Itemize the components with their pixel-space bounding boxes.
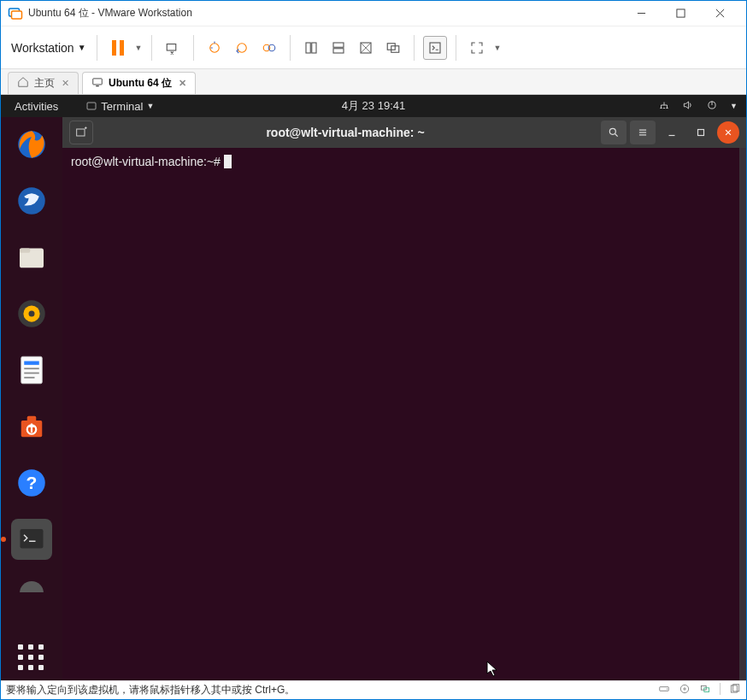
- svg-rect-19: [93, 79, 103, 85]
- vm-tab[interactable]: Ubuntu 64 位 ✕: [82, 72, 196, 94]
- vmware-icon: [8, 6, 23, 21]
- vmware-status-bar: 要将输入定向到该虚拟机，请将鼠标指针移入其中或按 Ctrl+G。: [1, 680, 746, 699]
- window-close-button[interactable]: [717, 121, 739, 144]
- revert-snapshot-button[interactable]: [230, 36, 254, 60]
- svg-text:?: ?: [26, 473, 38, 492]
- chevron-down-icon: ▼: [78, 43, 86, 52]
- chevron-down-icon[interactable]: ▼: [494, 44, 502, 52]
- terminal-prompt-line: root@wlt-virtual-machine:~#: [62, 148, 739, 175]
- vmware-title-bar: Ubuntu 64 位 - VMware Workstation: [1, 1, 746, 26]
- dock-rhythmbox[interactable]: [11, 293, 52, 334]
- svg-rect-11: [306, 43, 310, 53]
- minimize-button[interactable]: [621, 1, 661, 26]
- system-menu[interactable]: ▼: [658, 99, 738, 114]
- dock-terminal[interactable]: [11, 519, 52, 560]
- vm-tab-label: Ubuntu 64 位: [109, 76, 172, 91]
- activities-button[interactable]: Activities: [9, 98, 63, 115]
- svg-rect-50: [698, 130, 704, 136]
- pause-button[interactable]: [106, 36, 130, 60]
- dock-writer[interactable]: [11, 350, 52, 391]
- svg-rect-27: [20, 249, 30, 253]
- enter-vm-button[interactable]: [423, 36, 447, 60]
- svg-rect-43: [77, 129, 85, 136]
- svg-rect-41: [21, 529, 44, 549]
- svg-rect-37: [27, 416, 37, 422]
- device-tray: [658, 683, 741, 697]
- dock-help[interactable]: ?: [11, 462, 52, 503]
- home-tab-label: 主页: [34, 76, 55, 91]
- hamburger-menu-button[interactable]: [630, 121, 656, 144]
- terminal-body[interactable]: root@wlt-virtual-machine:~#: [62, 148, 746, 680]
- svg-rect-13: [333, 43, 344, 47]
- view-unity-button[interactable]: [381, 36, 405, 60]
- vm-icon: [91, 76, 103, 91]
- svg-line-45: [615, 134, 618, 137]
- separator: [193, 35, 194, 61]
- home-tab[interactable]: 主页 ✕: [8, 72, 79, 94]
- separator: [97, 35, 97, 61]
- network-adapter-icon[interactable]: [699, 683, 711, 697]
- dock-thunderbird[interactable]: [11, 180, 52, 221]
- snapshot-button[interactable]: [203, 36, 226, 60]
- svg-rect-6: [167, 44, 176, 50]
- svg-rect-1: [12, 11, 22, 19]
- vmware-toolbar: Workstation ▼ ▼ ▼: [1, 26, 746, 69]
- new-tab-button[interactable]: [69, 121, 93, 144]
- fullscreen-button[interactable]: [465, 36, 489, 60]
- svg-point-30: [29, 311, 35, 317]
- send-keys-button[interactable]: [161, 36, 185, 60]
- chevron-down-icon: ▼: [730, 102, 738, 110]
- dock-software[interactable]: [11, 406, 52, 447]
- svg-rect-31: [21, 356, 43, 384]
- terminal-cursor: [224, 155, 232, 168]
- power-icon: [706, 99, 718, 114]
- terminal-title: root@wlt-virtual-machine: ~: [93, 126, 597, 139]
- window-minimize-button[interactable]: [659, 121, 685, 144]
- workstation-menu-label: Workstation: [11, 41, 74, 55]
- message-log-icon[interactable]: [729, 683, 741, 697]
- view-single-button[interactable]: [299, 36, 323, 60]
- separator: [151, 35, 152, 61]
- app-menu-label: Terminal: [101, 100, 143, 113]
- home-icon: [17, 76, 29, 91]
- terminal-header-bar: root@wlt-virtual-machine: ~: [62, 117, 746, 148]
- close-button[interactable]: [700, 1, 739, 26]
- workstation-menu[interactable]: Workstation ▼: [9, 38, 88, 58]
- separator: [456, 35, 456, 61]
- vmware-tab-strip: 主页 ✕ Ubuntu 64 位 ✕: [1, 69, 746, 95]
- separator: [414, 35, 415, 61]
- dock-firefox[interactable]: [11, 124, 52, 165]
- volume-icon: [682, 99, 694, 114]
- svg-point-56: [684, 688, 685, 690]
- cd-icon[interactable]: [679, 683, 691, 697]
- status-message: 要将输入定向到该虚拟机，请将鼠标指针移入其中或按 Ctrl+G。: [6, 683, 658, 697]
- window-title: Ubuntu 64 位 - VMware Workstation: [28, 6, 621, 21]
- svg-point-55: [680, 685, 688, 692]
- ubuntu-dock: ?: [1, 117, 62, 680]
- view-console-button[interactable]: [354, 36, 378, 60]
- close-icon[interactable]: ✕: [179, 78, 186, 89]
- search-button[interactable]: [601, 121, 626, 144]
- app-menu[interactable]: Terminal ▼: [80, 98, 159, 115]
- chevron-down-icon[interactable]: ▼: [135, 44, 143, 52]
- window-maximize-button[interactable]: [688, 121, 714, 144]
- dock-files[interactable]: [11, 237, 52, 278]
- svg-rect-21: [87, 103, 96, 109]
- snapshot-manager-button[interactable]: [257, 36, 281, 60]
- svg-rect-32: [24, 362, 39, 365]
- svg-rect-3: [676, 9, 684, 17]
- terminal-app-icon: [85, 101, 97, 111]
- clock[interactable]: 4月 23 19:41: [342, 98, 405, 114]
- close-icon[interactable]: ✕: [62, 78, 69, 89]
- chevron-down-icon: ▼: [146, 102, 154, 110]
- dock-settings[interactable]: [11, 575, 52, 592]
- view-split-button[interactable]: [326, 36, 350, 60]
- maximize-button[interactable]: [661, 1, 700, 26]
- svg-rect-14: [333, 48, 344, 52]
- show-applications-button[interactable]: [18, 644, 45, 672]
- svg-rect-12: [311, 43, 315, 53]
- svg-point-44: [609, 128, 615, 134]
- terminal-prompt: root@wlt-virtual-machine:~#: [71, 155, 221, 168]
- hard-disk-icon[interactable]: [658, 683, 670, 697]
- vm-display[interactable]: Activities Terminal ▼ 4月 23 19:41 ▼ ? ro…: [1, 95, 746, 680]
